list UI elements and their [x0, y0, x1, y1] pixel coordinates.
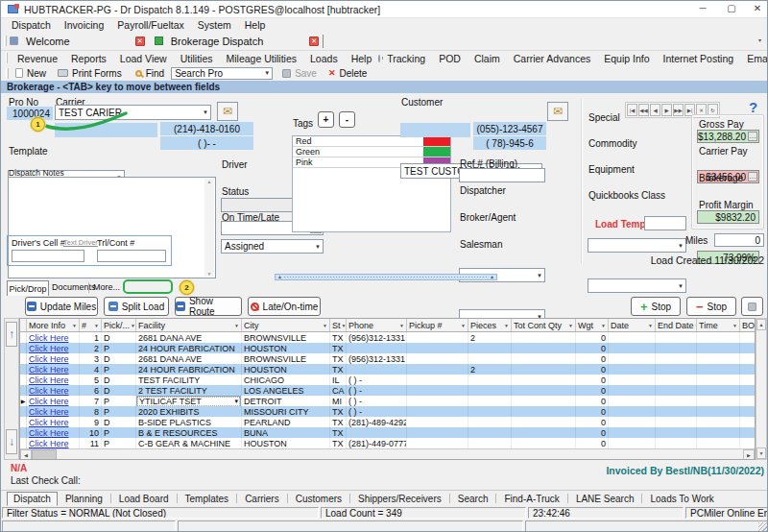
stop-row-2[interactable]: Click Here2P24 HOUR FABRICATIONHOUSTONTX…	[20, 343, 755, 353]
record-nav-next-button[interactable]: ▶	[661, 104, 672, 116]
menu-revenue[interactable]: Revenue	[11, 53, 64, 64]
menu-payroll-fueltax[interactable]: Payroll/Fueltax	[110, 19, 190, 31]
carrier-email-button[interactable]: ✉	[217, 102, 238, 121]
column-header-date[interactable]: Date▼	[609, 319, 656, 331]
maximize-button[interactable]: ▢	[719, 1, 744, 17]
column-header-pickup[interactable]: Pickup #▼	[407, 319, 468, 331]
splitter-bar[interactable]: ▲ ▲	[275, 274, 497, 280]
drivers-cell-input[interactable]	[12, 250, 84, 262]
more-info-link[interactable]: Click Here	[29, 375, 69, 385]
column-header-pick[interactable]: Pick/...▼	[102, 319, 136, 331]
show-route-button[interactable]: Show Route	[175, 297, 242, 316]
customer-email-button[interactable]: ✉	[547, 102, 568, 121]
menu-utilities[interactable]: Utilities	[174, 53, 220, 64]
menu-equip-info[interactable]: Equip Info	[597, 53, 656, 64]
menu-email-carriers[interactable]: Email Carriers	[740, 53, 768, 64]
bottom-tab-search[interactable]: Search	[453, 493, 493, 505]
delete-button[interactable]: Delete	[339, 68, 367, 79]
scroll-down-icon[interactable]: ▼	[207, 271, 212, 277]
notes-scrollbar[interactable]: ▲▼	[204, 179, 214, 277]
late-ontime-button[interactable]: Late/On-time	[248, 297, 321, 316]
tabbar-overflow-icon[interactable]: ▾	[758, 36, 761, 43]
save-button[interactable]: Save	[295, 68, 317, 79]
status-combobox[interactable]: Assigned▼	[221, 239, 324, 254]
menu-loads[interactable]: Loads	[303, 53, 345, 64]
carrier-phone2-field[interactable]: ( )- -	[160, 136, 253, 150]
new-button[interactable]: New	[27, 68, 46, 79]
save-grid-button[interactable]	[741, 297, 763, 316]
bottom-tab-planning[interactable]: Planning	[60, 493, 108, 505]
column-header-st[interactable]: St▼	[330, 319, 347, 331]
column-header-tot-cont-qty[interactable]: Tot Cont Qty▼	[512, 319, 576, 331]
move-row-up-button[interactable]: ↑	[6, 322, 17, 347]
menu-claim[interactable]: Claim	[468, 53, 507, 64]
tag-row-green[interactable]: Green	[293, 147, 450, 157]
ref-billing-input[interactable]	[459, 168, 545, 182]
update-miles-button[interactable]: Update Miles	[25, 297, 98, 316]
more-info-link[interactable]: Click Here	[29, 365, 69, 375]
menu-tracking[interactable]: Tracking	[380, 53, 432, 64]
stop-row-4[interactable]: Click Here4P24 HOUR FABRICATIONHOUSTONTX…	[20, 364, 755, 375]
minimize-button[interactable]: ─	[690, 1, 715, 17]
record-nav-next-page-button[interactable]: ▶▶	[673, 104, 684, 116]
column-header-wgt[interactable]: Wgt▼	[576, 319, 609, 331]
stop-row-7[interactable]: ▶Click Here7PYTILICAF TSET▾DETROITMI( ) …	[20, 396, 755, 406]
more-info-link[interactable]: Click Here	[29, 439, 69, 448]
menu-invoicing[interactable]: Invoicing	[58, 19, 110, 31]
bottom-tab-templates[interactable]: Templates	[180, 493, 234, 505]
text-driver-link[interactable]: Text Driver	[63, 238, 98, 247]
facility-editor[interactable]: YTILICAF TSET▾	[136, 396, 241, 406]
stop-row-6[interactable]: Click Here6D2 TEST FACILITYLOS ANGELESCA…	[20, 385, 755, 396]
tag-row-red[interactable]: Red	[293, 136, 450, 147]
column-header-city[interactable]: City▼	[242, 319, 330, 331]
search-pro-combobox[interactable]: Search Pro▼	[171, 67, 273, 80]
bottom-tab-loads-to-work[interactable]: Loads To Work	[645, 493, 718, 505]
more-info-link[interactable]: Click Here	[29, 354, 69, 364]
menu-system[interactable]: System	[191, 19, 238, 31]
record-nav-prior-page-button[interactable]: ◀◀	[638, 104, 649, 116]
column-header-phone[interactable]: Phone▼	[347, 319, 407, 331]
column-header-facility[interactable]: Facility▼	[136, 319, 242, 331]
close-welcome-tab-icon[interactable]: ✕	[135, 36, 145, 46]
close-brokerage-tab-icon[interactable]: ✕	[309, 36, 319, 46]
menu-dispatch[interactable]: Dispatch	[5, 19, 58, 31]
bottom-tab-find-a-truck[interactable]: Find-A-Truck	[499, 493, 564, 505]
menu-carrier-advances[interactable]: Carrier Advances	[507, 53, 598, 64]
scroll-right-icon[interactable]: ▶	[743, 449, 755, 460]
stop-row-5[interactable]: Click Here5DTEST FACILITYCHICAGOIL( ) -0	[20, 375, 755, 385]
tab-brokerage-dispatch[interactable]: Brokerage Dispatch	[171, 36, 264, 47]
more-info-link[interactable]: Click Here	[29, 386, 69, 396]
bottom-tab-shippers-receivers[interactable]: Shippers/Receivers	[353, 493, 446, 505]
column-header-[interactable]: #▼	[80, 319, 102, 331]
stop-row-8[interactable]: Click Here8P2020 EXHIBITSMISSOURI CITYTX…	[20, 406, 755, 417]
carrier-pay-ellipsis-button[interactable]: …	[748, 172, 757, 181]
find-button[interactable]: Find	[146, 68, 164, 79]
bottom-tab-customers[interactable]: Customers	[291, 493, 347, 505]
scroll-up-icon[interactable]: ▲	[207, 179, 212, 184]
tab-pick-drop[interactable]: Pick/Drop	[7, 280, 49, 296]
load-temp-input[interactable]	[644, 216, 686, 230]
grid-vscrollbar[interactable]: ▲ ▼	[756, 318, 767, 460]
more-info-link[interactable]: Click Here	[29, 428, 69, 438]
tab-more[interactable]: More...	[93, 282, 120, 292]
resize-grip[interactable]	[758, 522, 767, 531]
column-header-pieces[interactable]: Pieces▼	[468, 319, 512, 331]
more-info-link[interactable]: Click Here	[29, 344, 69, 353]
bottom-tab-dispatch[interactable]: Dispatch	[7, 492, 58, 506]
gross-pay-ellipsis-button[interactable]: …	[748, 132, 757, 141]
add-stop-button[interactable]: +Stop	[631, 297, 681, 316]
scroll-left-icon[interactable]: ◀	[20, 449, 32, 460]
grid-hscrollbar[interactable]: ◀ ▶	[20, 448, 755, 460]
column-header-bol[interactable]: BOL	[740, 319, 756, 331]
tab-welcome[interactable]: Welcome	[26, 36, 70, 47]
carrier-combobox[interactable]: TEST CARIER▼	[55, 105, 211, 120]
record-nav-first-button[interactable]: |◀	[627, 104, 637, 116]
print-forms-button[interactable]: Print Forms	[72, 68, 122, 79]
menu-mileage-utilities[interactable]: Mileage Utilities	[220, 53, 304, 64]
more-info-link[interactable]: Click Here	[29, 333, 69, 343]
scroll-down-icon[interactable]: ▼	[756, 447, 766, 459]
add-tag-button[interactable]: +	[318, 111, 334, 128]
customer-phone1-field[interactable]: (055)-123-4567	[473, 122, 546, 135]
close-button[interactable]: ✕	[746, 1, 768, 17]
move-row-down-button[interactable]: ↓	[6, 429, 17, 454]
